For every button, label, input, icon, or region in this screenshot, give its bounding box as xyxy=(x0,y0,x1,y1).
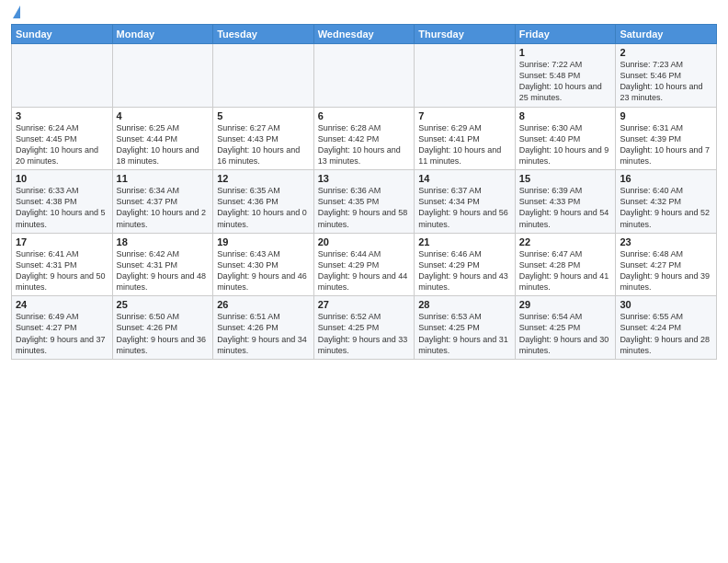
day-cell: 22Sunrise: 6:47 AM Sunset: 4:28 PM Dayli… xyxy=(515,233,616,296)
day-cell: 5Sunrise: 6:27 AM Sunset: 4:43 PM Daylig… xyxy=(213,107,314,170)
day-number: 4 xyxy=(117,110,210,121)
logo-text xyxy=(11,9,20,18)
day-info: Sunrise: 6:41 AM Sunset: 4:31 PM Dayligh… xyxy=(16,248,108,293)
day-info: Sunrise: 6:42 AM Sunset: 4:31 PM Dayligh… xyxy=(117,248,210,293)
day-cell: 7Sunrise: 6:29 AM Sunset: 4:41 PM Daylig… xyxy=(415,107,516,170)
day-info: Sunrise: 6:49 AM Sunset: 4:27 PM Dayligh… xyxy=(16,311,108,356)
day-info: Sunrise: 6:24 AM Sunset: 4:45 PM Dayligh… xyxy=(16,122,108,167)
day-number: 1 xyxy=(519,47,612,58)
week-row-2: 3Sunrise: 6:24 AM Sunset: 4:45 PM Daylig… xyxy=(12,107,717,170)
weekday-header-saturday: Saturday xyxy=(616,25,717,44)
day-number: 17 xyxy=(16,236,108,247)
day-cell xyxy=(313,44,415,108)
day-info: Sunrise: 6:27 AM Sunset: 4:43 PM Dayligh… xyxy=(217,122,310,167)
logo xyxy=(11,9,20,18)
header xyxy=(11,9,717,18)
day-number: 5 xyxy=(217,110,310,121)
day-info: Sunrise: 6:43 AM Sunset: 4:30 PM Dayligh… xyxy=(217,248,310,293)
day-cell: 19Sunrise: 6:43 AM Sunset: 4:30 PM Dayli… xyxy=(213,233,314,296)
day-cell: 20Sunrise: 6:44 AM Sunset: 4:29 PM Dayli… xyxy=(313,233,415,296)
day-number: 3 xyxy=(16,110,108,121)
day-cell: 14Sunrise: 6:37 AM Sunset: 4:34 PM Dayli… xyxy=(415,170,516,234)
day-info: Sunrise: 6:47 AM Sunset: 4:28 PM Dayligh… xyxy=(519,248,612,293)
page: SundayMondayTuesdayWednesdayThursdayFrid… xyxy=(0,0,728,563)
day-number: 25 xyxy=(117,299,210,310)
day-cell: 21Sunrise: 6:46 AM Sunset: 4:29 PM Dayli… xyxy=(415,233,516,296)
day-number: 9 xyxy=(620,110,712,121)
weekday-header-sunday: Sunday xyxy=(12,25,113,44)
day-info: Sunrise: 6:29 AM Sunset: 4:41 PM Dayligh… xyxy=(418,122,511,167)
week-row-1: 1Sunrise: 7:22 AM Sunset: 5:48 PM Daylig… xyxy=(12,44,717,108)
day-cell: 2Sunrise: 7:23 AM Sunset: 5:46 PM Daylig… xyxy=(616,44,717,108)
day-cell: 28Sunrise: 6:53 AM Sunset: 4:25 PM Dayli… xyxy=(415,296,516,360)
week-row-5: 24Sunrise: 6:49 AM Sunset: 4:27 PM Dayli… xyxy=(12,296,717,360)
calendar-header: SundayMondayTuesdayWednesdayThursdayFrid… xyxy=(12,25,717,44)
day-number: 12 xyxy=(217,173,310,184)
day-number: 13 xyxy=(318,173,411,184)
day-number: 29 xyxy=(519,299,612,310)
day-number: 20 xyxy=(318,236,411,247)
day-cell: 9Sunrise: 6:31 AM Sunset: 4:39 PM Daylig… xyxy=(616,107,717,170)
day-info: Sunrise: 6:46 AM Sunset: 4:29 PM Dayligh… xyxy=(418,248,511,293)
day-info: Sunrise: 6:55 AM Sunset: 4:24 PM Dayligh… xyxy=(620,311,712,356)
logo-triangle-icon xyxy=(13,6,20,18)
day-cell xyxy=(112,44,213,108)
day-info: Sunrise: 6:34 AM Sunset: 4:37 PM Dayligh… xyxy=(117,185,210,230)
day-cell: 11Sunrise: 6:34 AM Sunset: 4:37 PM Dayli… xyxy=(112,170,213,234)
day-cell: 12Sunrise: 6:35 AM Sunset: 4:36 PM Dayli… xyxy=(213,170,314,234)
day-info: Sunrise: 6:50 AM Sunset: 4:26 PM Dayligh… xyxy=(117,311,210,356)
day-number: 24 xyxy=(16,299,108,310)
day-info: Sunrise: 6:52 AM Sunset: 4:25 PM Dayligh… xyxy=(318,311,411,356)
day-number: 23 xyxy=(620,236,712,247)
day-number: 8 xyxy=(519,110,612,121)
week-row-3: 10Sunrise: 6:33 AM Sunset: 4:38 PM Dayli… xyxy=(12,170,717,234)
day-cell: 8Sunrise: 6:30 AM Sunset: 4:40 PM Daylig… xyxy=(515,107,616,170)
day-cell: 25Sunrise: 6:50 AM Sunset: 4:26 PM Dayli… xyxy=(112,296,213,360)
day-cell: 4Sunrise: 6:25 AM Sunset: 4:44 PM Daylig… xyxy=(112,107,213,170)
day-info: Sunrise: 6:33 AM Sunset: 4:38 PM Dayligh… xyxy=(16,185,108,230)
day-cell: 26Sunrise: 6:51 AM Sunset: 4:26 PM Dayli… xyxy=(213,296,314,360)
day-info: Sunrise: 6:40 AM Sunset: 4:32 PM Dayligh… xyxy=(620,185,712,230)
day-number: 28 xyxy=(418,299,511,310)
day-cell: 23Sunrise: 6:48 AM Sunset: 4:27 PM Dayli… xyxy=(616,233,717,296)
day-cell: 17Sunrise: 6:41 AM Sunset: 4:31 PM Dayli… xyxy=(12,233,113,296)
day-cell xyxy=(415,44,516,108)
day-cell: 3Sunrise: 6:24 AM Sunset: 4:45 PM Daylig… xyxy=(12,107,113,170)
weekday-header-wednesday: Wednesday xyxy=(313,25,415,44)
day-info: Sunrise: 6:37 AM Sunset: 4:34 PM Dayligh… xyxy=(418,185,511,230)
day-number: 10 xyxy=(16,173,108,184)
day-cell: 15Sunrise: 6:39 AM Sunset: 4:33 PM Dayli… xyxy=(515,170,616,234)
day-number: 16 xyxy=(620,173,712,184)
day-number: 6 xyxy=(318,110,411,121)
day-info: Sunrise: 6:36 AM Sunset: 4:35 PM Dayligh… xyxy=(318,185,411,230)
day-cell xyxy=(12,44,113,108)
day-number: 19 xyxy=(217,236,310,247)
day-number: 27 xyxy=(318,299,411,310)
day-info: Sunrise: 6:28 AM Sunset: 4:42 PM Dayligh… xyxy=(318,122,411,167)
day-number: 15 xyxy=(519,173,612,184)
weekday-header-tuesday: Tuesday xyxy=(213,25,314,44)
day-info: Sunrise: 6:35 AM Sunset: 4:36 PM Dayligh… xyxy=(217,185,310,230)
calendar-body: 1Sunrise: 7:22 AM Sunset: 5:48 PM Daylig… xyxy=(12,44,717,360)
day-cell: 13Sunrise: 6:36 AM Sunset: 4:35 PM Dayli… xyxy=(313,170,415,234)
day-number: 2 xyxy=(620,47,712,58)
day-cell: 24Sunrise: 6:49 AM Sunset: 4:27 PM Dayli… xyxy=(12,296,113,360)
day-info: Sunrise: 6:31 AM Sunset: 4:39 PM Dayligh… xyxy=(620,122,712,167)
day-number: 30 xyxy=(620,299,712,310)
day-cell: 16Sunrise: 6:40 AM Sunset: 4:32 PM Dayli… xyxy=(616,170,717,234)
day-info: Sunrise: 6:39 AM Sunset: 4:33 PM Dayligh… xyxy=(519,185,612,230)
calendar-table: SundayMondayTuesdayWednesdayThursdayFrid… xyxy=(11,24,717,360)
day-cell: 29Sunrise: 6:54 AM Sunset: 4:25 PM Dayli… xyxy=(515,296,616,360)
day-cell: 18Sunrise: 6:42 AM Sunset: 4:31 PM Dayli… xyxy=(112,233,213,296)
day-cell: 1Sunrise: 7:22 AM Sunset: 5:48 PM Daylig… xyxy=(515,44,616,108)
day-cell: 27Sunrise: 6:52 AM Sunset: 4:25 PM Dayli… xyxy=(313,296,415,360)
day-info: Sunrise: 6:44 AM Sunset: 4:29 PM Dayligh… xyxy=(318,248,411,293)
day-cell: 6Sunrise: 6:28 AM Sunset: 4:42 PM Daylig… xyxy=(313,107,415,170)
day-number: 18 xyxy=(117,236,210,247)
day-cell: 10Sunrise: 6:33 AM Sunset: 4:38 PM Dayli… xyxy=(12,170,113,234)
day-cell: 30Sunrise: 6:55 AM Sunset: 4:24 PM Dayli… xyxy=(616,296,717,360)
day-info: Sunrise: 6:25 AM Sunset: 4:44 PM Dayligh… xyxy=(117,122,210,167)
day-info: Sunrise: 6:53 AM Sunset: 4:25 PM Dayligh… xyxy=(418,311,511,356)
day-number: 14 xyxy=(418,173,511,184)
day-info: Sunrise: 6:51 AM Sunset: 4:26 PM Dayligh… xyxy=(217,311,310,356)
